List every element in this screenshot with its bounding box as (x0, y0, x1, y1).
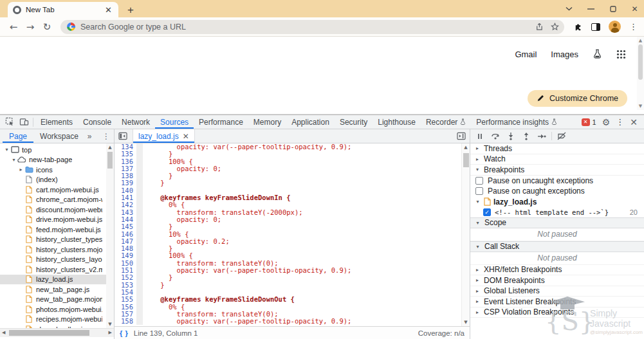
close-tab-icon[interactable]: ✕ (183, 132, 189, 141)
error-badge[interactable]: ✕1 (582, 118, 596, 126)
editor-scroll-thumb[interactable] (463, 153, 469, 167)
tree-item-drive-mojom-webui-js[interactable]: drive.mojom-webui.js (0, 215, 114, 225)
toggle-navigator-icon[interactable] (118, 132, 127, 140)
navigator-menu-icon[interactable]: ⋮ (102, 132, 111, 141)
code-line-152[interactable]: 152 } (115, 274, 470, 281)
breakpoint-gutter[interactable] (136, 143, 143, 151)
toggle-debugger-sidebar-icon[interactable] (457, 132, 466, 140)
code-line-145[interactable]: 145 } (115, 223, 470, 230)
breakpoint-gutter[interactable] (136, 267, 143, 274)
line-number[interactable]: 155 (115, 296, 136, 303)
tree-item-recipes-mojom-webui-js[interactable]: recipes.mojom-webui.js (0, 315, 114, 325)
expand-arrow-icon[interactable]: ▸ (474, 145, 481, 151)
tab-workspace[interactable]: Workspace (33, 129, 85, 143)
tree-item-index[interactable]: (index) (0, 175, 114, 185)
code-line-142[interactable]: 142 0% { (115, 201, 470, 208)
tree-item-history-clusters-layout-type-mojom-webui-js[interactable]: history_clusters_layout_type.mojom-webui… (0, 255, 114, 265)
tab-close-icon[interactable]: ✕ (104, 6, 113, 14)
line-number[interactable]: 135 (115, 151, 136, 158)
scroll-left-icon[interactable]: ◀ (2, 330, 5, 335)
close-window-button[interactable]: ✕ (630, 5, 639, 13)
checkbox[interactable] (475, 177, 483, 185)
breakpoint-checkbox[interactable]: ✓ (483, 208, 491, 216)
breakpoint-gutter[interactable] (136, 296, 143, 303)
breakpoint-file-row[interactable]: ▾ lazy_load.js (470, 197, 644, 207)
scroll-down-icon[interactable]: ▼ (637, 104, 644, 109)
checkbox-row-pause-on-uncaught-exceptions[interactable]: Pause on uncaught exceptions (470, 176, 644, 187)
address-bar[interactable]: Search Google or type a URL (60, 20, 564, 34)
scroll-up-icon[interactable]: ▲ (106, 145, 114, 150)
deactivate-breakpoints-icon[interactable] (556, 131, 567, 142)
expand-arrow-icon[interactable]: ▸ (17, 167, 24, 172)
breakpoint-gutter[interactable] (136, 201, 143, 208)
profile-avatar[interactable] (609, 21, 621, 33)
code-line-138[interactable]: 138 } (115, 172, 470, 179)
breakpoint-entry-row[interactable]: ✓ <!--_html_template_end_-->`} 20 (470, 207, 644, 217)
code-line-155[interactable]: 155 @keyframes keyFrameSlideDownOut { (115, 296, 470, 303)
tree-scroll-thumb[interactable] (107, 152, 113, 169)
devtools-tab-console[interactable]: Console (78, 115, 116, 129)
customize-chrome-button[interactable]: Customize Chrome (528, 90, 627, 107)
breakpoint-gutter[interactable] (136, 165, 143, 172)
collapse-arrow-icon[interactable]: ▾ (3, 147, 10, 152)
tree-item-history-clusters-v2-mojom-webui-js[interactable]: history_clusters_v2.mojom-webui.js (0, 264, 114, 275)
editor-tab-lazy-load[interactable]: lazy_load.js ✕ (133, 129, 195, 143)
tree-item-new-tab-page-mojom-webui-js[interactable]: new_tab_page.mojom-webui.js (0, 295, 114, 305)
devtools-tab-lighthouse[interactable]: Lighthouse (373, 115, 421, 129)
devtools-tab-recorder[interactable]: Recorder (421, 115, 471, 129)
side-panel-icon[interactable] (591, 23, 600, 31)
checkbox-row-pause-on-caught-exceptions[interactable]: Pause on caught exceptions (470, 186, 644, 197)
collapse-arrow-icon[interactable]: ▾ (10, 157, 17, 163)
page-scroll-thumb[interactable] (638, 44, 643, 80)
editor-vertical-scrollbar[interactable]: ▲ ▼ (461, 143, 470, 326)
expand-arrow-icon[interactable]: ▸ (474, 309, 481, 315)
section-global-listeners[interactable]: ▸Global Listeners (470, 286, 644, 297)
breakpoint-gutter[interactable] (136, 260, 143, 267)
collapse-arrow-icon[interactable]: ▾ (474, 244, 481, 250)
line-number[interactable]: 152 (115, 274, 136, 281)
devtools-tab-sources[interactable]: Sources (155, 115, 194, 129)
section-event-listener-breakpoints[interactable]: ▸Event Listener Breakpoints (470, 297, 644, 307)
extensions-puzzle-icon[interactable] (573, 22, 583, 32)
code-line-153[interactable]: 153 } (115, 282, 470, 289)
tree-item-history-clusters-mojom-webui-js[interactable]: history_clusters.mojom-webui.js (0, 244, 114, 255)
code-line-135[interactable]: 135 } (115, 151, 470, 158)
gmail-link[interactable]: Gmail (515, 50, 537, 59)
breakpoint-gutter[interactable] (136, 158, 143, 165)
tree-item-top[interactable]: ▾top (0, 145, 114, 155)
tree-item-lazy-load-js[interactable]: lazy_load.js (0, 275, 114, 285)
line-number[interactable]: 158 (115, 318, 136, 325)
tree-item-cart-mojom-webui-js[interactable]: cart.mojom-webui.js (0, 185, 114, 195)
collapse-arrow-icon[interactable]: ▾ (474, 199, 481, 205)
section-dom-breakpoints[interactable]: ▸DOM Breakpoints (470, 275, 644, 286)
step-into-icon[interactable] (505, 131, 517, 142)
tree-item-chrome-cart-mojom-webui-js[interactable]: chrome_cart.mojom-webui.js (0, 195, 114, 205)
breakpoint-gutter[interactable] (136, 274, 143, 281)
breakpoint-gutter[interactable] (136, 245, 143, 252)
browser-tab-new-tab[interactable]: New Tab ✕ (8, 2, 118, 17)
breakpoint-gutter[interactable] (136, 223, 143, 230)
step-over-icon[interactable] (490, 131, 501, 142)
tree-item-discount-mojom-webui-js[interactable]: discount.mojom-webui.js (0, 205, 114, 215)
breakpoint-gutter[interactable] (136, 187, 143, 194)
back-icon[interactable]: ← (6, 21, 21, 33)
settings-gear-icon[interactable]: ⚙ (602, 117, 611, 127)
devtools-tab-network[interactable]: Network (116, 115, 155, 129)
share-icon[interactable] (535, 23, 543, 31)
tree-item-photos-mojom-webui-js[interactable]: photos.mojom-webui.js (0, 304, 114, 315)
breakpoint-gutter[interactable] (136, 304, 143, 311)
breakpoint-gutter[interactable] (136, 194, 143, 201)
section-csp-violation-breakpoints[interactable]: ▸CSP Violation Breakpoints (470, 307, 644, 318)
devtools-tab-memory[interactable]: Memory (248, 115, 286, 129)
section-threads[interactable]: ▸Threads (470, 143, 644, 154)
pause-script-icon[interactable] (474, 131, 486, 142)
breakpoint-gutter[interactable] (136, 282, 143, 289)
google-apps-grid-icon[interactable] (616, 50, 626, 59)
maximize-button[interactable] (609, 5, 617, 13)
step-out-icon[interactable] (520, 131, 532, 142)
section-xhr-fetch-breakpoints[interactable]: ▸XHR/fetch Breakpoints (470, 265, 644, 276)
inspect-element-icon[interactable] (3, 116, 17, 129)
new-tab-button[interactable]: + (127, 5, 134, 15)
section-watch[interactable]: ▸Watch (470, 154, 644, 165)
devtools-tab-security[interactable]: Security (335, 115, 373, 129)
